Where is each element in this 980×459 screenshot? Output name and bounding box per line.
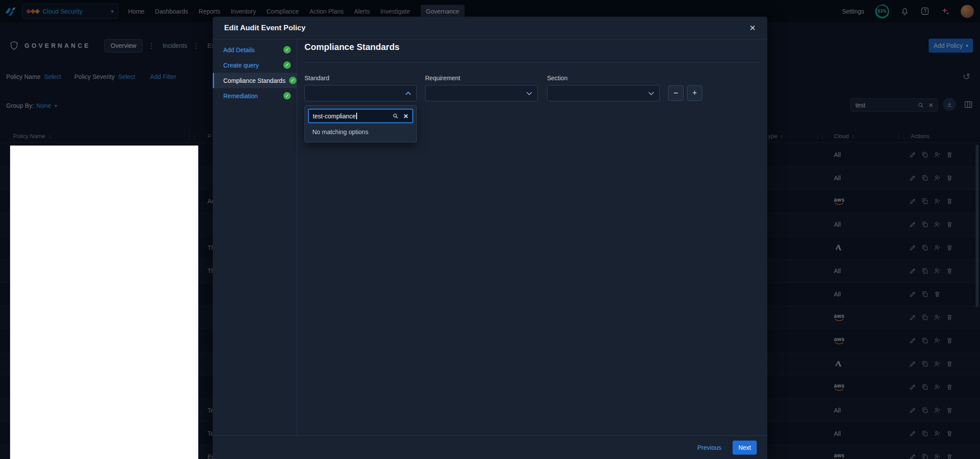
previous-button[interactable]: Previous <box>697 444 721 451</box>
search-input-icons: ✕ <box>392 113 408 120</box>
requirement-label: Requirement <box>425 75 460 82</box>
panel-heading: Compliance Standards <box>304 42 400 52</box>
step-label: Add Details <box>223 46 255 53</box>
step-compliance-standards[interactable]: Compliance Standards ✓ <box>213 73 297 88</box>
step-label: Compliance Standards <box>223 77 286 84</box>
step-label: Remediation <box>223 93 258 100</box>
next-button[interactable]: Next <box>733 441 757 455</box>
requirement-select[interactable] <box>425 85 538 101</box>
search-icon[interactable] <box>392 113 399 119</box>
redaction-block <box>10 146 198 459</box>
section-label: Section <box>547 75 568 82</box>
step-label: Create query <box>223 62 259 69</box>
compliance-standards-panel: Compliance Standards Standard Requiremen… <box>297 39 767 435</box>
clear-search-icon[interactable]: ✕ <box>403 113 408 120</box>
standard-select[interactable] <box>304 85 417 101</box>
wizard-steps: Add Details ✓ Create query ✓ Compliance … <box>213 39 297 435</box>
standard-label: Standard <box>304 75 329 82</box>
standard-search-input[interactable]: test-compliance ✕ <box>308 109 413 123</box>
step-complete-icon: ✓ <box>289 77 297 84</box>
modal-header: Edit Audit Event Policy ✕ <box>213 17 767 39</box>
step-complete-icon: ✓ <box>283 92 291 100</box>
chevron-up-icon <box>405 92 411 95</box>
chevron-down-icon <box>648 92 654 95</box>
modal-title: Edit Audit Event Policy <box>224 24 305 32</box>
remove-standard-row-button[interactable]: − <box>668 85 683 101</box>
divider <box>304 62 759 63</box>
search-text: test-compliance <box>313 113 356 120</box>
step-complete-icon: ✓ <box>283 61 291 69</box>
no-options-message: No matching options <box>308 123 413 139</box>
add-standard-row-button[interactable]: + <box>687 85 702 101</box>
edit-audit-event-policy-modal: Edit Audit Event Policy ✕ Add Details ✓ … <box>213 17 767 459</box>
step-remediation[interactable]: Remediation ✓ <box>213 88 297 103</box>
step-add-details[interactable]: Add Details ✓ <box>213 42 297 57</box>
step-create-query[interactable]: Create query ✓ <box>213 57 297 73</box>
close-icon[interactable]: ✕ <box>749 23 756 33</box>
modal-footer: Previous Next <box>213 435 767 459</box>
modal-body: Add Details ✓ Create query ✓ Compliance … <box>213 39 767 435</box>
standard-dropdown: test-compliance ✕ No matching options <box>304 105 417 142</box>
chevron-down-icon <box>526 92 532 95</box>
text-caret <box>356 113 357 119</box>
section-select[interactable] <box>547 85 660 101</box>
step-complete-icon: ✓ <box>283 46 291 53</box>
